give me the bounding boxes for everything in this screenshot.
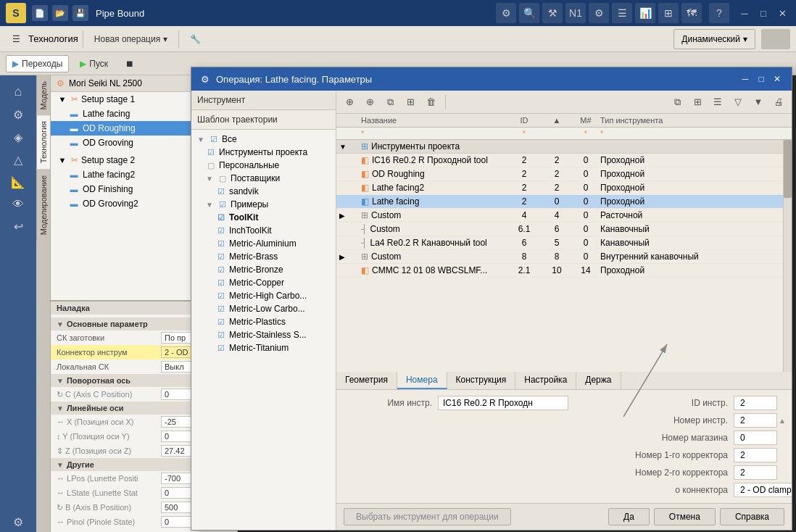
connector-prop-value[interactable]: 2 - OD clamping 2 [734,483,792,497]
tab-technology[interactable]: Технология [36,115,50,169]
tree-metric-titanium[interactable]: ☑ Metric-Titanium [191,341,336,354]
check-copper: ☑ [216,278,226,288]
save-file-icon[interactable]: 💾 [72,5,88,21]
corr2-value[interactable]: 2 [734,465,777,480]
tool-row-custom-boring[interactable]: ▶ ⊞ Custom 4 4 0 Расточной [336,209,783,223]
toolnum-up-icon[interactable]: ▲ [779,417,786,425]
cancel-button[interactable]: Отмена [654,508,716,525]
sidebar-toggle-button[interactable]: ☰ [6,29,27,49]
tree-metric-plastics[interactable]: ☑ Metric-Plastics [191,315,336,328]
tool2-icon[interactable]: 🔍 [519,3,539,23]
lf2-name-cell: ◧ Lathe facing2 [361,183,506,193]
start-button[interactable]: ▶ Пуск [73,55,115,72]
tool1-icon[interactable]: ⚙ [496,3,516,23]
tree-metric-stainless[interactable]: ☑ Metric-Stainless S... [191,328,336,341]
sidebar-icon-path[interactable]: ↩ [11,217,26,236]
filter2-icon[interactable]: ⊞ [689,93,706,111]
tab-simulation[interactable]: Моделирование [36,170,50,241]
help-icon[interactable]: ? [709,3,729,23]
ok-button[interactable]: Да [608,508,650,525]
maximize-button[interactable]: □ [755,5,771,21]
tree-metric-al[interactable]: ☑ Metric-Aluminium [191,237,336,250]
cg-name: Custom [370,224,400,234]
filter3-icon[interactable]: ☰ [709,93,726,111]
add-tool2-button[interactable]: ⊕ [361,93,378,111]
dialog-maximize-button[interactable]: □ [754,72,768,86]
open-file-icon[interactable]: 📂 [52,5,68,21]
tool-row-lathe-facing-selected[interactable]: ◧ Lathe facing 2 0 0 Проходной [336,195,783,209]
stop-icon[interactable]: ⏹ [119,55,141,72]
tool8-icon[interactable]: ⊞ [658,3,679,23]
dialog-close-button[interactable]: ✕ [770,72,784,86]
cg-id: 6.1 [506,224,542,234]
tool-row-la4[interactable]: ┤ La4 Re0.2 R Канавочный tool 6 5 0 Кана… [336,236,783,250]
dialog-minimize-button[interactable]: ─ [738,72,753,86]
tree-sandvik[interactable]: ☑ sandvik [191,185,336,198]
new-file-icon[interactable]: 📄 [32,5,48,21]
tool-name-input[interactable] [438,396,568,410]
filter4-icon[interactable]: ▽ [729,93,747,111]
settings-icon[interactable]: 🔧 [183,29,207,49]
tree-all[interactable]: ▼ ☑ Все [191,133,336,146]
tool3-icon[interactable]: ⚒ [542,3,563,23]
tree-metric-lowc[interactable]: ☑ Metric-Low Carbo... [191,302,336,315]
tool-list-scrollbar[interactable] [783,140,792,372]
tree-suppliers[interactable]: ▼ ▢ Поставщики [191,172,336,185]
toolnum-value[interactable]: 2 [734,413,777,428]
sidebar-icon-3d[interactable]: ◈ [11,128,25,147]
filter5-icon[interactable]: ▼ [750,93,767,111]
copy-tool-button[interactable]: ⧉ [381,93,399,111]
tree-examples[interactable]: ▼ ☑ Примеры [191,198,336,211]
transitions-button[interactable]: ▶ Переходы [6,55,69,72]
tab-settings[interactable]: Настройка [515,372,576,389]
sidebar-icon-view[interactable]: 👁 [9,195,27,214]
tool-row-od-roughing[interactable]: ◧ OD Roughing 2 2 0 Проходной [336,167,783,181]
delete-tool-button[interactable]: 🗑 [422,93,439,111]
help-button[interactable]: Справка [720,508,784,525]
tool7-icon[interactable]: 📊 [635,3,655,23]
tree-inchtoolkit[interactable]: ☑ InchToolKit [191,224,336,237]
tool4-icon[interactable]: N1 [565,3,586,23]
tab-geometry[interactable]: Геометрия [336,372,397,389]
sidebar-icon-settings[interactable]: ⚙ [10,512,26,532]
tool6-icon[interactable]: ☰ [612,3,632,23]
select-tool-button[interactable]: Выбрать инструмент для операции [344,508,511,525]
minimize-button[interactable]: ─ [737,5,753,21]
add-tool-button[interactable]: ⊕ [341,93,358,111]
tool-row-cmmc[interactable]: ◧ CMMC 12 01 08 WBCSLMF... 2.1 10 14 Про… [336,264,783,278]
tree-metric-bronze[interactable]: ☑ Metric-Bronze [191,263,336,276]
print-icon[interactable]: 🖨 [770,93,787,111]
tree-toolkit[interactable]: ☑ ToolKit [191,211,336,224]
tab-numbers[interactable]: Номера [397,372,447,389]
cmmc-m: 14 [571,265,600,275]
scissors-icon2: ✂ [71,155,78,165]
dynamic-button[interactable]: Динамический ▾ [673,29,755,49]
tool-row-ic16[interactable]: ◧ IC16 Re0.2 R Проходной tool 2 2 0 Прох… [336,154,783,167]
tool9-icon[interactable]: 🗺 [681,3,702,23]
tool5-icon[interactable]: ⚙ [589,3,609,23]
tab-holder[interactable]: Держа [576,372,621,389]
tab-model[interactable]: Модель [36,75,50,115]
filter1-icon[interactable]: ⧉ [668,93,686,111]
tree-metric-copper[interactable]: ☑ Metric-Copper [191,276,336,289]
tree-project-tools[interactable]: ☑ Инструменты проекта [191,146,336,159]
tree-personal[interactable]: ▢ Персональные [191,159,336,172]
new-operation-button[interactable]: Новая операция ▾ [88,29,174,49]
magnum-value[interactable]: 0 [734,431,777,445]
tree-metric-brass[interactable]: ☑ Metric-Brass [191,250,336,263]
view-toggle[interactable] [761,29,790,49]
sidebar-icon-tools[interactable]: ⚙ [10,105,26,125]
category-project-tools[interactable]: ▼ ⊞ Инструменты проекта [336,140,783,154]
sidebar-icon-shapes[interactable]: △ [11,150,25,170]
tree-metric-highc[interactable]: ☑ Metric-High Carbo... [191,289,336,302]
paste-tool-button[interactable]: ⊞ [402,93,419,111]
close-button[interactable]: ✕ [774,5,790,21]
id-value[interactable]: 2 [734,396,777,410]
sidebar-icon-home[interactable]: ⌂ [12,81,25,102]
tool-row-lathe-facing2[interactable]: ◧ Lathe facing2 2 2 0 Проходной [336,181,783,195]
tab-construction[interactable]: Конструкция [447,372,516,389]
sidebar-icon-measure[interactable]: 📐 [8,173,28,192]
corr1-value[interactable]: 2 [734,448,777,462]
tool-row-custom-inner[interactable]: ▶ ⊞ Custom 8 8 0 Внутренний канавочный [336,250,783,264]
tool-row-custom-groove[interactable]: ┤ Custom 6.1 6 0 Канавочный [336,223,783,236]
